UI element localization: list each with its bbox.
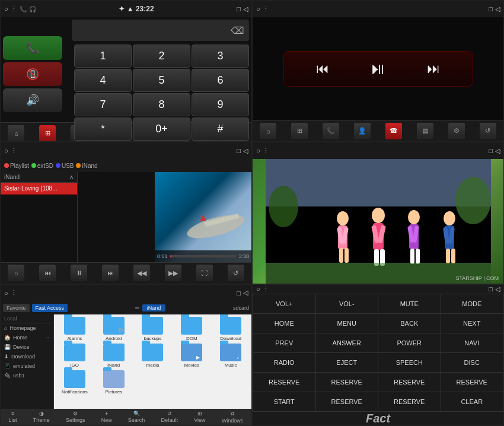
dial-1[interactable]: 1 [74,44,132,68]
fm-item-homepage[interactable]: ⌂ Homepage [1,323,53,333]
remote-power[interactable]: POWER [378,333,441,352]
fm-item-device[interactable]: 💾 Device [1,342,53,352]
fm-file-android[interactable]: Android [95,317,132,341]
media-next-btn[interactable]: ⏭ [427,61,440,77]
nav2-settings[interactable]: ⚙ [448,123,465,139]
fm-file-notifications[interactable]: Notifications [56,370,93,395]
end-call-button[interactable]: 📵 [3,62,62,86]
fm-item-usb[interactable]: 🔌 usb1 [1,371,53,380]
backspace-icon[interactable]: ⌫ [231,25,244,36]
fm-item-emulated[interactable]: 📱 emulated [1,361,53,371]
dial-7[interactable]: 7 [74,93,132,116]
remote-prev[interactable]: PREV [253,333,315,352]
fm-file-pictures[interactable]: Pictures [95,370,132,395]
fm-file-backups[interactable]: backups [135,317,171,341]
fm-tab-access[interactable]: Fast Access [32,304,68,312]
fm-btn-new[interactable]: + New [101,411,112,423]
dial-2[interactable]: 2 [133,44,190,68]
fm-file-alarms[interactable]: Alarms [56,317,93,341]
dots-icon-6: ⋮ [263,285,269,293]
nav3-prev[interactable]: ⏮ [39,265,56,281]
status-right-5: □ ◁ [237,289,248,297]
nav-home[interactable]: ⌂ [8,125,24,142]
nav2-call[interactable]: ☎ [385,123,402,139]
remote-start[interactable]: START [253,392,315,411]
nav2-home[interactable]: ⌂ [260,123,276,139]
progress-bg[interactable] [170,255,237,257]
remote-next[interactable]: NEXT [441,314,503,333]
fm-file-movies[interactable]: Movies [173,344,210,368]
remote-reserve-2[interactable]: RESERVE [316,373,378,392]
media-prev-btn[interactable]: ⏮ [316,61,329,77]
remote-vol-plus[interactable]: VOL+ [253,294,315,313]
fm-btn-settings[interactable]: ⚙ Settings [66,411,85,423]
remote-reserve-6[interactable]: RESERVE [378,392,441,411]
dial-6[interactable]: 6 [192,69,249,92]
fm-btn-default[interactable]: ↺ Default [161,411,178,423]
remote-home[interactable]: HOME [253,314,315,333]
dial-9[interactable]: 9 [192,93,249,116]
fm-btn-list[interactable]: ≡ List [9,411,17,423]
nav2-phone[interactable]: 📞 [323,123,339,139]
nav3-next[interactable]: ⏭ [102,265,119,281]
remote-answer[interactable]: ANSWER [316,333,378,352]
nav2-grid[interactable]: ⊞ [291,123,308,139]
fm-file-music[interactable]: Music [212,344,249,368]
homepage-icon: ⌂ [4,325,7,331]
usb-tab[interactable]: USB [56,163,74,169]
remote-reserve-5[interactable]: RESERVE [316,392,378,411]
remote-clear[interactable]: CLEAR [441,392,503,411]
fm-file-igo[interactable]: iGO [56,344,93,368]
dial-3[interactable]: 3 [192,44,249,68]
nav3-fullscreen[interactable]: ⛶ [196,265,213,281]
nav3-undo[interactable]: ↺ [228,265,244,281]
inand-tab[interactable]: iNand [76,163,97,169]
fm-file-download[interactable]: Download [212,317,249,341]
nav-grid[interactable]: ⊞ [39,125,56,142]
dial-hash[interactable]: # [192,117,249,141]
extsd-tab[interactable]: extSD [31,163,53,169]
remote-navi[interactable]: NAVI [441,333,503,352]
nav3-home[interactable]: ⌂ [8,265,24,281]
speaker-button[interactable]: 🔊 [3,88,62,112]
fm-btn-theme[interactable]: ◑ Theme [33,411,50,423]
dial-0[interactable]: 0+ [133,117,190,141]
nav3-forward[interactable]: ▶▶ [165,265,181,281]
fm-item-download[interactable]: ⬇ Download [1,352,53,361]
inand-label-2: iNand [4,174,20,180]
remote-radio[interactable]: RADIO [253,353,315,372]
remote-eject[interactable]: EJECT [316,353,378,372]
fm-file-media[interactable]: media [135,344,171,368]
remote-mute[interactable]: MUTE [378,294,441,313]
playlist-tab[interactable]: Playlist [4,163,29,169]
nav2-contacts[interactable]: 👤 [354,123,371,139]
remote-mode[interactable]: MODE [441,294,503,313]
fm-btn-windows[interactable]: ⧉ Windows [222,411,244,424]
nav3-play[interactable]: ⏸ [71,265,87,281]
remote-reserve-1[interactable]: RESERVE [253,373,315,392]
dial-star[interactable]: * [74,117,132,141]
dial-5[interactable]: 5 [133,69,190,92]
remote-reserve-4[interactable]: RESERVE [441,373,503,392]
fm-file-dom[interactable]: DOM [173,317,210,341]
remote-speech[interactable]: SPEECH [378,353,441,372]
call-button[interactable]: 📞 [3,36,62,60]
remote-reserve-3[interactable]: RESERVE [378,373,441,392]
remote-vol-minus[interactable]: VOL- [316,294,378,313]
nav2-notes[interactable]: ▤ [417,123,433,139]
fm-tab-favorite[interactable]: Favorite [3,304,30,312]
remote-back[interactable]: BACK [378,314,441,333]
nav3-rewind[interactable]: ◀◀ [133,265,150,281]
media-play-btn[interactable]: ⏯ [369,59,386,78]
fm-item-home[interactable]: 🏠 Home → [1,333,53,342]
nav2-undo[interactable]: ↺ [480,123,496,139]
svg-rect-28 [446,249,450,263]
fm-btn-search[interactable]: 🔍 Search [128,411,145,423]
dial-8[interactable]: 8 [133,93,190,116]
dial-4[interactable]: 4 [74,69,132,92]
song-item[interactable]: Sistar-Loving (108... [1,183,77,195]
remote-disc[interactable]: DISC [441,353,503,372]
fm-btn-view[interactable]: ⊞ View [194,411,205,423]
fm-file-inand[interactable]: iNand [95,344,132,368]
remote-menu[interactable]: MENU [316,314,378,333]
